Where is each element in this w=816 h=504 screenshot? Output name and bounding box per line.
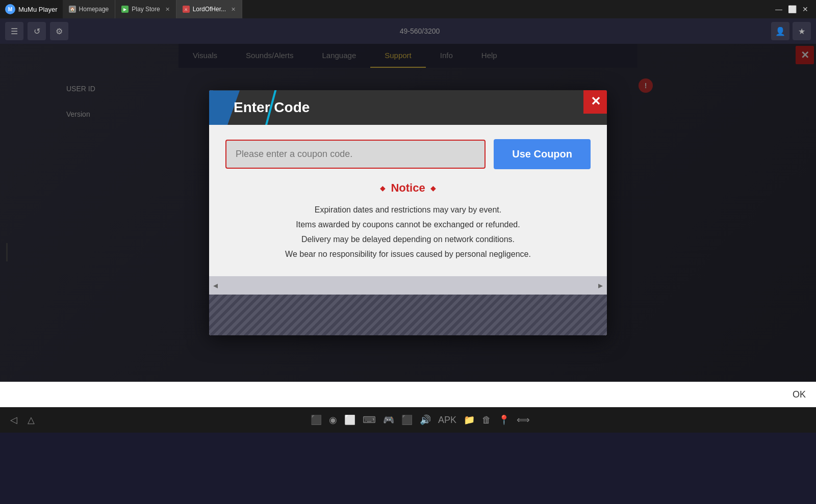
titlebar-controls: — ⬜ ✕: [768, 5, 816, 14]
emu-settings-icon[interactable]: ⚙: [50, 22, 68, 40]
use-coupon-button[interactable]: Use Coupon: [494, 139, 591, 169]
game-icon: ⚔: [183, 6, 190, 13]
emu-user-icon[interactable]: 👤: [771, 22, 789, 40]
minimize-button[interactable]: —: [774, 5, 783, 14]
app-name: MuMu Player: [18, 6, 58, 13]
scroll-right-arrow[interactable]: ▸: [598, 280, 603, 291]
notice-line-1: Expiration dates and restrictions may va…: [225, 203, 591, 218]
tabs-area: 🏠 Homepage ▶ Play Store ✕ ⚔ LordOfHer...…: [63, 0, 768, 18]
tab-playstore-label: Play Store: [132, 6, 160, 13]
back-icon[interactable]: ◁: [10, 414, 17, 426]
notice-line-4: We bear no responsibility for issues cau…: [225, 247, 591, 262]
notice-diamond-right: ◆: [430, 184, 436, 192]
screen-icon[interactable]: ⬛: [311, 414, 322, 426]
notice-line-2: Items awarded by coupons cannot be excha…: [225, 218, 591, 232]
tab-homepage[interactable]: 🏠 Homepage: [63, 0, 116, 18]
emu-refresh-icon[interactable]: ↺: [28, 22, 46, 40]
game-area: ! ✕ Visuals Sounds/Alerts Language Suppo…: [0, 44, 816, 382]
close-button[interactable]: ✕: [801, 5, 810, 14]
window-icon[interactable]: ⬜: [344, 414, 355, 426]
emu-menu-icon[interactable]: ☰: [5, 22, 23, 40]
tab-game[interactable]: ⚔ LordOfHer... ✕: [176, 0, 242, 18]
input-row: Use Coupon: [225, 139, 591, 169]
notice-text: Expiration dates and restrictions may va…: [225, 203, 591, 261]
apk-icon[interactable]: APK: [438, 415, 456, 426]
bottom-taskbar: ◁ △ ⬛ ◉ ⬜ ⌨ 🎮 ⬛ 🔊 APK 📁 🗑 📍 ⟺: [0, 407, 816, 433]
playstore-icon: ▶: [121, 6, 129, 13]
notice-line-3: Delivery may be delayed depending on net…: [225, 232, 591, 247]
emu-toolbar: ☰ ↺ ⚙ 49-560/3200 👤 ★: [0, 18, 816, 44]
logo-icon: M: [5, 4, 15, 14]
volume-icon[interactable]: 🔊: [420, 414, 431, 426]
tab-game-close[interactable]: ✕: [231, 6, 236, 13]
home-icon: 🏠: [69, 6, 76, 13]
enter-code-modal: Enter Code ✕ Use Coupon: [209, 90, 607, 335]
modal-close-button[interactable]: ✕: [583, 90, 607, 114]
titlebar: M MuMu Player 🏠 Homepage ▶ Play Store ✕ …: [0, 0, 816, 18]
emu-toolbar-right: 👤 ★: [771, 22, 811, 40]
emu-address-text: 49-560/3200: [400, 27, 440, 35]
modal-body: Use Coupon ◆ Notice ◆ Expiration dates a…: [209, 125, 607, 276]
emulator-area: ☰ ↺ ⚙ 49-560/3200 👤 ★ ! ✕ Visuals Sounds…: [0, 18, 816, 382]
scroll-left-arrow[interactable]: ◂: [213, 280, 218, 291]
notice-section: ◆ Notice ◆ Expiration dates and restrict…: [225, 181, 591, 261]
emu-star-icon[interactable]: ★: [793, 22, 811, 40]
tab-homepage-label: Homepage: [79, 6, 109, 13]
controller-icon[interactable]: 🎮: [383, 414, 394, 426]
btask-center: ⬛ ◉ ⬜ ⌨ 🎮 ⬛ 🔊 APK 📁 🗑 📍 ⟺: [311, 414, 530, 426]
notice-diamond-left: ◆: [380, 184, 386, 192]
modal-scroll-footer: ◂ ▸: [209, 276, 607, 295]
tab-playstore-close[interactable]: ✕: [165, 6, 170, 13]
bottom-bar: OK: [0, 382, 816, 407]
coupon-input[interactable]: [230, 144, 481, 165]
rotate-icon[interactable]: ⟺: [517, 414, 530, 426]
sync-icon[interactable]: ⬛: [401, 414, 413, 426]
modal-backdrop: Enter Code ✕ Use Coupon: [0, 44, 816, 382]
folder-icon[interactable]: 📁: [464, 414, 475, 426]
tab-game-label: LordOfHer...: [193, 6, 226, 13]
camera-icon[interactable]: ◉: [329, 414, 337, 426]
app-logo: M MuMu Player: [0, 4, 63, 14]
location-icon[interactable]: 📍: [498, 414, 509, 426]
trash-icon[interactable]: 🗑: [482, 415, 491, 426]
notice-title: Notice: [391, 181, 425, 195]
notice-header: ◆ Notice ◆: [225, 181, 591, 195]
ok-button[interactable]: OK: [793, 389, 806, 400]
keyboard-icon[interactable]: ⌨: [363, 414, 376, 426]
modal-header: Enter Code ✕: [209, 90, 607, 125]
emu-address-bar: 49-560/3200: [72, 27, 767, 35]
btask-left: ◁ △: [10, 414, 35, 426]
restore-button[interactable]: ⬜: [787, 5, 797, 14]
tab-playstore[interactable]: ▶ Play Store ✕: [115, 0, 176, 18]
coupon-input-wrapper: [225, 140, 486, 169]
home-icon[interactable]: △: [28, 414, 35, 426]
modal-footer-dark: [209, 295, 607, 335]
modal-title: Enter Code: [234, 99, 310, 116]
